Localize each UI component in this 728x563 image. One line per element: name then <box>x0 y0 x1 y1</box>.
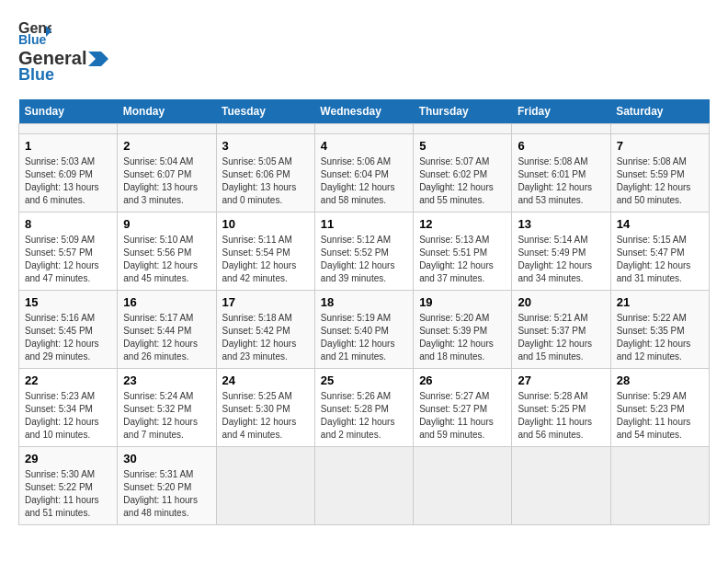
calendar-day-cell: 15Sunrise: 5:16 AMSunset: 5:45 PMDayligh… <box>19 291 118 369</box>
calendar-day-cell: 19Sunrise: 5:20 AMSunset: 5:39 PMDayligh… <box>414 291 512 369</box>
day-info: Sunrise: 5:31 AMSunset: 5:20 PMDaylight:… <box>123 468 210 520</box>
day-info: Sunrise: 5:11 AMSunset: 5:54 PMDaylight:… <box>222 234 309 285</box>
calendar-day-cell: 13Sunrise: 5:14 AMSunset: 5:49 PMDayligh… <box>512 213 610 291</box>
day-number: 9 <box>123 217 210 231</box>
day-number: 15 <box>25 295 111 309</box>
day-number: 24 <box>222 373 309 387</box>
calendar-day-cell <box>216 124 314 134</box>
day-number: 6 <box>518 139 604 153</box>
day-info: Sunrise: 5:05 AMSunset: 6:06 PMDaylight:… <box>222 155 309 207</box>
calendar-table: SundayMondayTuesdayWednesdayThursdayFrid… <box>18 99 710 525</box>
day-number: 5 <box>419 139 506 153</box>
day-info: Sunrise: 5:20 AMSunset: 5:39 PMDaylight:… <box>419 312 506 363</box>
calendar-day-cell: 6Sunrise: 5:08 AMSunset: 6:01 PMDaylight… <box>512 134 610 213</box>
calendar-day-cell <box>118 124 216 134</box>
calendar-day-cell: 24Sunrise: 5:25 AMSunset: 5:30 PMDayligh… <box>216 369 314 447</box>
day-number: 21 <box>617 295 703 309</box>
day-number: 27 <box>518 373 604 387</box>
logo-icon: General Blue <box>18 18 51 46</box>
column-header-wednesday: Wednesday <box>314 99 413 124</box>
calendar-week-row: 15Sunrise: 5:16 AMSunset: 5:45 PMDayligh… <box>19 291 710 369</box>
day-info: Sunrise: 5:09 AMSunset: 5:57 PMDaylight:… <box>25 234 111 285</box>
day-number: 11 <box>321 217 407 231</box>
calendar-day-cell: 14Sunrise: 5:15 AMSunset: 5:47 PMDayligh… <box>610 213 709 291</box>
day-info: Sunrise: 5:29 AMSunset: 5:23 PMDaylight:… <box>617 390 703 442</box>
calendar-day-cell: 30Sunrise: 5:31 AMSunset: 5:20 PMDayligh… <box>118 447 216 525</box>
day-info: Sunrise: 5:30 AMSunset: 5:22 PMDaylight:… <box>25 468 111 520</box>
day-info: Sunrise: 5:13 AMSunset: 5:51 PMDaylight:… <box>419 234 506 285</box>
day-info: Sunrise: 5:03 AMSunset: 6:09 PMDaylight:… <box>25 155 111 207</box>
day-info: Sunrise: 5:19 AMSunset: 5:40 PMDaylight:… <box>321 312 407 363</box>
calendar-day-cell <box>414 447 512 525</box>
column-header-tuesday: Tuesday <box>216 99 314 124</box>
calendar-day-cell: 5Sunrise: 5:07 AMSunset: 6:02 PMDaylight… <box>414 134 512 213</box>
column-header-saturday: Saturday <box>610 99 709 124</box>
calendar-day-cell <box>610 447 709 525</box>
day-info: Sunrise: 5:04 AMSunset: 6:07 PMDaylight:… <box>123 155 210 207</box>
day-info: Sunrise: 5:27 AMSunset: 5:27 PMDaylight:… <box>419 390 506 442</box>
day-number: 19 <box>419 295 506 309</box>
day-info: Sunrise: 5:08 AMSunset: 5:59 PMDaylight:… <box>617 155 703 207</box>
column-header-thursday: Thursday <box>414 99 512 124</box>
calendar-day-cell: 7Sunrise: 5:08 AMSunset: 5:59 PMDaylight… <box>610 134 709 213</box>
column-header-friday: Friday <box>512 99 610 124</box>
calendar-day-cell <box>512 447 610 525</box>
calendar-day-cell: 3Sunrise: 5:05 AMSunset: 6:06 PMDaylight… <box>216 134 314 213</box>
calendar-day-cell <box>19 124 118 134</box>
day-number: 22 <box>25 373 111 387</box>
calendar-week-row: 29Sunrise: 5:30 AMSunset: 5:22 PMDayligh… <box>19 447 710 525</box>
calendar-week-row <box>19 124 710 134</box>
day-info: Sunrise: 5:08 AMSunset: 6:01 PMDaylight:… <box>518 155 604 207</box>
column-header-sunday: Sunday <box>19 99 118 124</box>
day-info: Sunrise: 5:07 AMSunset: 6:02 PMDaylight:… <box>419 155 506 207</box>
page-header: General Blue General Blue <box>18 18 710 85</box>
calendar-day-cell: 26Sunrise: 5:27 AMSunset: 5:27 PMDayligh… <box>414 369 512 447</box>
day-number: 8 <box>25 217 111 231</box>
day-number: 25 <box>321 373 407 387</box>
calendar-day-cell <box>414 124 512 134</box>
calendar-day-cell: 28Sunrise: 5:29 AMSunset: 5:23 PMDayligh… <box>610 369 709 447</box>
day-info: Sunrise: 5:15 AMSunset: 5:47 PMDaylight:… <box>617 234 703 285</box>
day-info: Sunrise: 5:25 AMSunset: 5:30 PMDaylight:… <box>222 390 309 442</box>
day-info: Sunrise: 5:23 AMSunset: 5:34 PMDaylight:… <box>25 390 111 442</box>
day-number: 14 <box>617 217 703 231</box>
column-header-monday: Monday <box>118 99 216 124</box>
calendar-day-cell: 20Sunrise: 5:21 AMSunset: 5:37 PMDayligh… <box>512 291 610 369</box>
day-number: 28 <box>617 373 703 387</box>
day-number: 23 <box>123 373 210 387</box>
calendar-day-cell: 25Sunrise: 5:26 AMSunset: 5:28 PMDayligh… <box>314 369 413 447</box>
day-info: Sunrise: 5:12 AMSunset: 5:52 PMDaylight:… <box>321 234 407 285</box>
calendar-day-cell: 4Sunrise: 5:06 AMSunset: 6:04 PMDaylight… <box>314 134 413 213</box>
svg-marker-3 <box>88 52 108 66</box>
day-number: 26 <box>419 373 506 387</box>
calendar-day-cell: 23Sunrise: 5:24 AMSunset: 5:32 PMDayligh… <box>118 369 216 447</box>
calendar-day-cell: 21Sunrise: 5:22 AMSunset: 5:35 PMDayligh… <box>610 291 709 369</box>
day-info: Sunrise: 5:22 AMSunset: 5:35 PMDaylight:… <box>617 312 703 363</box>
calendar-day-cell <box>610 124 709 134</box>
calendar-header-row: SundayMondayTuesdayWednesdayThursdayFrid… <box>19 99 710 124</box>
day-info: Sunrise: 5:21 AMSunset: 5:37 PMDaylight:… <box>518 312 604 363</box>
logo: General Blue General Blue <box>18 18 110 85</box>
calendar-day-cell: 11Sunrise: 5:12 AMSunset: 5:52 PMDayligh… <box>314 213 413 291</box>
day-info: Sunrise: 5:06 AMSunset: 6:04 PMDaylight:… <box>321 155 407 207</box>
svg-text:Blue: Blue <box>18 32 47 46</box>
calendar-day-cell: 18Sunrise: 5:19 AMSunset: 5:40 PMDayligh… <box>314 291 413 369</box>
calendar-day-cell: 9Sunrise: 5:10 AMSunset: 5:56 PMDaylight… <box>118 213 216 291</box>
calendar-day-cell: 27Sunrise: 5:28 AMSunset: 5:25 PMDayligh… <box>512 369 610 447</box>
day-number: 20 <box>518 295 604 309</box>
calendar-day-cell <box>314 124 413 134</box>
day-info: Sunrise: 5:24 AMSunset: 5:32 PMDaylight:… <box>123 390 210 442</box>
day-info: Sunrise: 5:14 AMSunset: 5:49 PMDaylight:… <box>518 234 604 285</box>
calendar-day-cell: 22Sunrise: 5:23 AMSunset: 5:34 PMDayligh… <box>19 369 118 447</box>
day-number: 17 <box>222 295 309 309</box>
calendar-day-cell: 29Sunrise: 5:30 AMSunset: 5:22 PMDayligh… <box>19 447 118 525</box>
day-number: 3 <box>222 139 309 153</box>
day-number: 12 <box>419 217 506 231</box>
day-number: 16 <box>123 295 210 309</box>
logo-blue: Blue <box>18 65 54 85</box>
day-number: 29 <box>25 452 111 465</box>
day-number: 1 <box>25 139 111 153</box>
day-info: Sunrise: 5:16 AMSunset: 5:45 PMDaylight:… <box>25 312 111 363</box>
day-number: 2 <box>123 139 210 153</box>
calendar-day-cell: 16Sunrise: 5:17 AMSunset: 5:44 PMDayligh… <box>118 291 216 369</box>
